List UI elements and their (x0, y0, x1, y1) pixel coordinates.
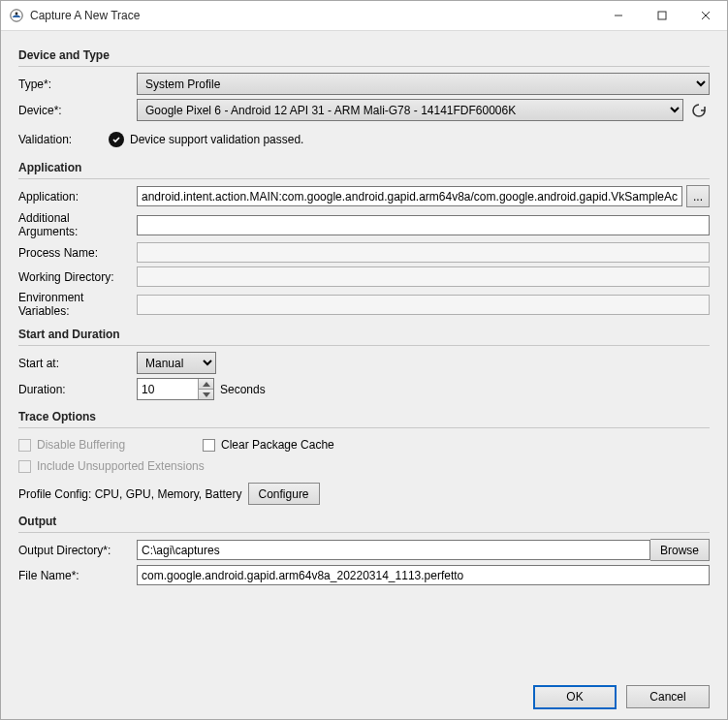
label-device: Device*: (18, 104, 137, 117)
section-start-duration: Start and Duration Start at: Manual Dura… (18, 328, 710, 400)
section-title-start-duration: Start and Duration (18, 328, 710, 343)
disable-buffering-checkbox (18, 439, 31, 452)
section-title-trace-options: Trace Options (18, 410, 710, 425)
window-buttons (596, 1, 727, 30)
divider (18, 66, 710, 67)
ok-button[interactable]: OK (533, 685, 617, 709)
cancel-button[interactable]: Cancel (626, 685, 710, 708)
maximize-button[interactable] (640, 1, 683, 30)
refresh-devices-icon[interactable] (687, 99, 710, 121)
label-start-at: Start at: (18, 357, 137, 370)
validation-pass-icon (108, 131, 124, 147)
section-device-type: Device and Type Type*: System Profile De… (18, 48, 710, 147)
close-button[interactable] (683, 1, 727, 30)
process-name-input (137, 242, 710, 263)
application-browse-button[interactable]: ... (686, 185, 710, 207)
environment-variables-input (137, 295, 710, 315)
section-trace-options: Trace Options Disable Buffering Clear Pa… (18, 410, 710, 505)
label-duration: Duration: (18, 383, 137, 396)
browse-button[interactable]: Browse (650, 539, 710, 561)
divider (18, 427, 710, 428)
app-icon (9, 8, 24, 23)
label-validation: Validation: (18, 133, 108, 146)
device-select[interactable]: Google Pixel 6 - Android 12 API 31 - ARM… (137, 99, 683, 121)
minimize-button[interactable] (596, 1, 640, 30)
additional-arguments-input[interactable] (137, 215, 710, 235)
divider (18, 178, 710, 179)
label-include-unsupported-ext: Include Unsupported Extensions (37, 459, 205, 473)
label-output-directory: Output Directory*: (18, 544, 137, 557)
label-process-name: Process Name: (18, 246, 137, 260)
type-select[interactable]: System Profile (137, 73, 710, 95)
svg-rect-3 (658, 12, 666, 19)
svg-point-1 (16, 13, 18, 16)
section-title-application: Application (18, 161, 710, 176)
label-application: Application: (18, 190, 137, 203)
label-additional-arguments: Additional Arguments: (18, 211, 137, 238)
section-title-output: Output (18, 515, 710, 530)
label-profile-config: Profile Config: CPU, GPU, Memory, Batter… (18, 487, 242, 501)
label-seconds: Seconds (220, 383, 266, 396)
section-output: Output Output Directory*: Browse File Na… (18, 515, 710, 585)
label-working-directory: Working Directory: (18, 270, 137, 284)
section-application: Application Application: ... Additional … (18, 161, 710, 318)
include-unsupported-ext-checkbox (18, 460, 31, 473)
working-directory-input (137, 266, 710, 287)
application-input[interactable] (137, 186, 682, 206)
label-clear-package-cache: Clear Package Cache (221, 438, 334, 452)
divider (18, 345, 710, 346)
title-bar: Capture A New Trace (1, 1, 727, 31)
label-type: Type*: (18, 78, 137, 91)
label-file-name: File Name*: (18, 569, 137, 582)
validation-message: Device support validation passed. (130, 133, 303, 146)
start-at-select[interactable]: Manual (137, 352, 216, 374)
file-name-input[interactable] (137, 565, 710, 585)
dialog-footer: OK Cancel (1, 674, 727, 719)
window-title: Capture A New Trace (30, 9, 596, 22)
configure-button[interactable]: Configure (248, 483, 320, 505)
clear-package-cache-checkbox[interactable] (203, 439, 215, 452)
duration-spinner[interactable] (137, 378, 214, 400)
label-disable-buffering: Disable Buffering (37, 438, 125, 452)
spin-down-icon[interactable] (198, 389, 213, 399)
dialog-window: Capture A New Trace Device and Type Type… (0, 0, 728, 720)
dialog-client: Device and Type Type*: System Profile De… (1, 31, 727, 674)
output-directory-input[interactable] (137, 540, 650, 560)
section-title-device: Device and Type (18, 48, 710, 64)
divider (18, 532, 710, 533)
spin-up-icon[interactable] (198, 379, 213, 389)
label-environment-variables: Environment Variables: (18, 291, 137, 318)
